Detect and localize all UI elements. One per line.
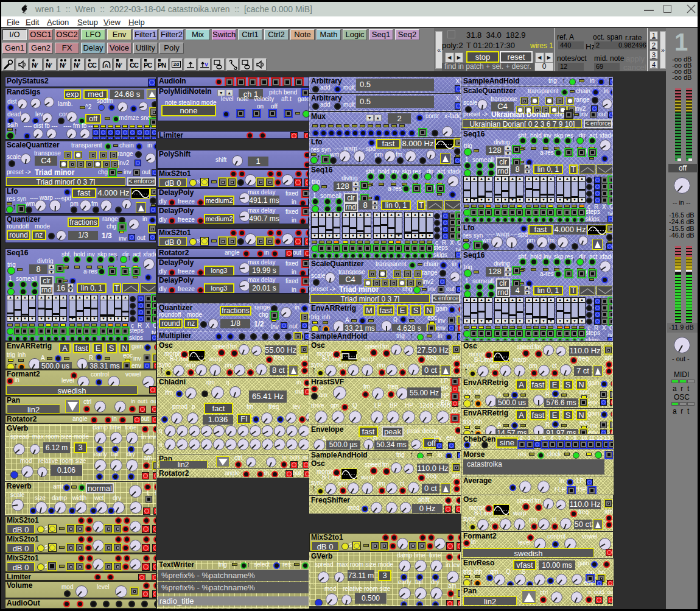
svg-text:V: V [205,62,208,68]
svg-text:A: A [105,63,109,69]
